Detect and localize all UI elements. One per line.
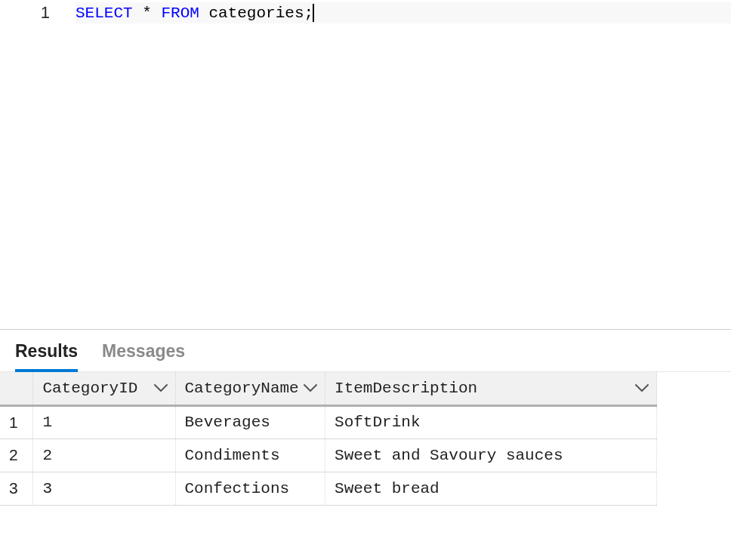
cell[interactable]: Sweet bread: [325, 472, 657, 505]
line-number: 1: [0, 3, 76, 23]
cell[interactable]: 2: [33, 438, 175, 472]
sql-keyword-select: SELECT: [76, 5, 133, 22]
sql-star: *: [133, 5, 162, 22]
sql-editor[interactable]: 1 SELECT * FROM categories;: [0, 0, 731, 329]
table-row[interactable]: 1 1 Beverages SoftDrink: [0, 405, 657, 438]
code-line[interactable]: 1 SELECT * FROM categories;: [0, 0, 731, 26]
chevron-down-icon[interactable]: [635, 383, 649, 392]
column-label: CategoryName: [185, 380, 299, 397]
cell[interactable]: 1: [33, 405, 175, 438]
results-grid[interactable]: CategoryID CategoryName ItemDescription: [0, 372, 657, 506]
chevron-down-icon[interactable]: [304, 383, 317, 392]
cell[interactable]: Confections: [175, 472, 325, 505]
cell[interactable]: Beverages: [175, 405, 325, 438]
tab-results[interactable]: Results: [15, 341, 78, 372]
column-label: CategoryID: [42, 380, 137, 397]
header-row: CategoryID CategoryName ItemDescription: [0, 372, 657, 405]
table-row[interactable]: 2 2 Condiments Sweet and Savoury sauces: [0, 438, 657, 472]
column-header[interactable]: CategoryID: [33, 372, 175, 405]
row-number: 1: [0, 405, 33, 438]
tab-messages[interactable]: Messages: [102, 341, 185, 372]
cell[interactable]: SoftDrink: [325, 405, 657, 438]
row-number: 2: [0, 438, 33, 472]
column-header[interactable]: ItemDescription: [325, 372, 657, 405]
cell[interactable]: Sweet and Savoury sauces: [325, 438, 657, 472]
tabs-row: Results Messages: [0, 340, 731, 372]
text-cursor: [313, 4, 314, 22]
sql-rest: categories;: [199, 5, 313, 22]
cell[interactable]: 3: [33, 472, 175, 505]
column-label: ItemDescription: [335, 380, 477, 397]
code-text[interactable]: SELECT * FROM categories;: [76, 2, 731, 23]
row-number-header: [0, 372, 33, 405]
table-row[interactable]: 3 3 Confections Sweet bread: [0, 472, 657, 505]
sql-keyword-from: FROM: [161, 5, 199, 22]
cell[interactable]: Condiments: [175, 438, 325, 472]
row-number: 3: [0, 472, 33, 505]
column-header[interactable]: CategoryName: [175, 372, 325, 405]
chevron-down-icon[interactable]: [154, 383, 168, 392]
results-pane: Results Messages CategoryID CategoryName: [0, 330, 731, 506]
